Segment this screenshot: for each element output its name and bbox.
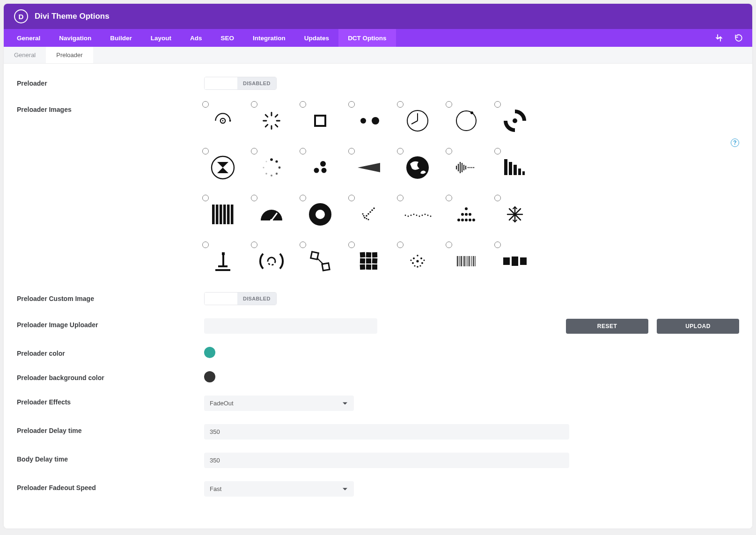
preloader-image-radio[interactable]: [202, 101, 209, 108]
preloader-image-radio[interactable]: [397, 195, 404, 201]
svg-rect-129: [475, 256, 475, 266]
toggle-custom-image[interactable]: DISABLED: [204, 292, 277, 305]
preloader-image-sound-dots[interactable]: [448, 150, 485, 185]
preloader-bg-color-swatch[interactable]: [204, 371, 215, 382]
svg-point-59: [367, 213, 369, 215]
toggle-preloader[interactable]: DISABLED: [204, 77, 277, 90]
preloader-image-radio[interactable]: [202, 242, 209, 248]
preloader-image-broken-arcs[interactable]: [496, 103, 534, 139]
svg-point-77: [461, 213, 464, 216]
preloader-image-bars-desc[interactable]: [496, 150, 534, 185]
reset-icon[interactable]: [729, 29, 749, 47]
linked-squares-icon: [301, 243, 339, 279]
fadeout-speed-select[interactable]: Fast: [204, 481, 354, 497]
body-delay-input[interactable]: [204, 453, 569, 468]
tab-general[interactable]: General: [7, 29, 50, 47]
preloader-image-radio[interactable]: [446, 195, 452, 201]
preloader-image-three-dots[interactable]: [301, 150, 339, 185]
preloader-image-sun-rays[interactable]: [253, 103, 290, 139]
preloader-image-linked-squares[interactable]: [301, 243, 339, 279]
preloader-image-radio[interactable]: [397, 148, 404, 154]
preloader-image-radio[interactable]: [494, 195, 501, 201]
svg-rect-120: [457, 256, 458, 266]
tab-builder[interactable]: Builder: [101, 29, 141, 47]
preloader-delay-input[interactable]: [204, 424, 569, 440]
tab-layout[interactable]: Layout: [141, 29, 181, 47]
tab-dct-options[interactable]: DCT Options: [338, 29, 396, 47]
svg-point-115: [417, 266, 418, 268]
svg-point-60: [366, 215, 367, 217]
preloader-image-radio[interactable]: [494, 101, 501, 108]
import-export-icon[interactable]: [709, 29, 729, 47]
upload-button[interactable]: UPLOAD: [657, 319, 739, 334]
svg-rect-131: [512, 257, 518, 266]
preloader-image-radio[interactable]: [300, 242, 306, 248]
preloader-image-radio[interactable]: [446, 242, 452, 248]
tab-navigation[interactable]: Navigation: [50, 29, 101, 47]
preloader-image-radio[interactable]: [494, 148, 501, 154]
preloader-image-radio[interactable]: [446, 101, 452, 108]
tab-seo[interactable]: SEO: [212, 29, 244, 47]
preloader-image-radio[interactable]: [251, 101, 257, 108]
sub-tabs: General Preloader: [4, 47, 752, 64]
preloader-image-ring-dot[interactable]: [448, 103, 485, 139]
preloader-image-radio[interactable]: [348, 148, 355, 154]
reset-button[interactable]: RESET: [566, 319, 648, 334]
tab-ads[interactable]: Ads: [181, 29, 212, 47]
preloader-image-clock[interactable]: [399, 103, 436, 139]
tab-integration[interactable]: Integration: [243, 29, 295, 47]
preloader-image-dotted-arrow[interactable]: [350, 197, 388, 232]
preloader-image-dots-wave[interactable]: [399, 197, 436, 232]
preloader-image-joystick[interactable]: [204, 243, 242, 279]
svg-point-13: [372, 117, 379, 125]
subtab-general[interactable]: General: [4, 47, 46, 63]
preloader-image-radio[interactable]: [348, 101, 355, 108]
preloader-image-radio[interactable]: [202, 148, 209, 154]
preloader-image-dotted-spinner[interactable]: [253, 150, 290, 185]
svg-point-110: [413, 257, 415, 259]
svg-point-116: [410, 259, 411, 261]
preloader-image-radio[interactable]: [348, 242, 355, 248]
preloader-image-radio[interactable]: [397, 242, 404, 248]
preloader-image-radio[interactable]: [300, 195, 306, 201]
preloader-image-gauge[interactable]: [253, 197, 290, 232]
svg-rect-128: [473, 256, 474, 266]
preloader-image-radio[interactable]: [300, 148, 306, 154]
preloader-image-wedge[interactable]: [350, 150, 388, 185]
preloader-image-radio[interactable]: [348, 195, 355, 201]
effects-select[interactable]: FadeOut: [204, 396, 354, 411]
preloader-image-globe[interactable]: [399, 150, 436, 185]
preloader-image-radio[interactable]: [251, 242, 257, 248]
svg-point-27: [263, 167, 264, 168]
svg-rect-132: [520, 257, 527, 265]
uploader-input[interactable]: [204, 318, 377, 334]
svg-point-31: [320, 161, 326, 167]
help-icon[interactable]: ?: [731, 139, 739, 147]
preloader-image-barcode[interactable]: [448, 243, 485, 279]
preloader-image-radio[interactable]: [300, 101, 306, 108]
preloader-image-vertical-bars[interactable]: [204, 197, 242, 232]
tab-updates[interactable]: Updates: [295, 29, 338, 47]
preloader-image-donut[interactable]: [301, 197, 339, 232]
preloader-image-dot-cluster[interactable]: [399, 243, 436, 279]
preloader-image-radio[interactable]: [202, 195, 209, 201]
preloader-image-square-outline[interactable]: [301, 103, 339, 139]
preloader-image-snowflake[interactable]: [496, 197, 534, 232]
preloader-color-swatch[interactable]: [204, 347, 215, 358]
preloader-image-dot-pyramid[interactable]: [448, 197, 485, 232]
preloader-image-radio[interactable]: [446, 148, 452, 154]
preloader-image-radio[interactable]: [397, 101, 404, 108]
preloader-image-grid-squares[interactable]: [350, 243, 388, 279]
subtab-preloader[interactable]: Preloader: [46, 47, 93, 63]
preloader-image-three-squares[interactable]: [496, 243, 534, 279]
preloader-image-arc-orbit[interactable]: [204, 103, 242, 139]
preloader-image-two-dots[interactable]: [350, 103, 388, 139]
preloader-image-radio[interactable]: [251, 148, 257, 154]
preloader-image-hourglass-circle[interactable]: [204, 150, 242, 185]
preloader-image-brackets-arc[interactable]: [253, 243, 290, 279]
svg-rect-35: [460, 162, 461, 173]
preloader-image-radio[interactable]: [251, 195, 257, 201]
snowflake-icon: [496, 197, 534, 232]
dots-wave-icon: [399, 197, 436, 232]
preloader-image-radio[interactable]: [494, 242, 501, 248]
